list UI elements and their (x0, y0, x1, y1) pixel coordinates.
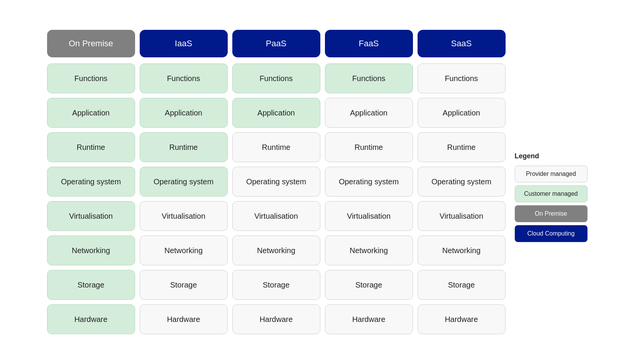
cell-3-4: Operating system (418, 167, 506, 197)
cell-0-3: Functions (325, 63, 413, 93)
cell-3-2: Operating system (232, 167, 320, 197)
cell-7-1: Hardware (140, 304, 228, 334)
data-row-2: RuntimeRuntimeRuntimeRuntimeRuntime (47, 132, 506, 162)
cell-4-0: Virtualisation (47, 201, 135, 231)
cell-4-3: Virtualisation (325, 201, 413, 231)
header-cell-0: On Premise (47, 30, 135, 57)
legend-item-1: Customer managed (515, 185, 587, 202)
header-cell-3: FaaS (325, 30, 413, 57)
cell-1-4: Application (418, 98, 506, 128)
cell-1-1: Application (140, 98, 228, 128)
cell-0-0: Functions (47, 63, 135, 93)
grid-section: On PremiseIaaSPaaSFaaSSaaS FunctionsFunc… (47, 30, 506, 334)
cell-4-1: Virtualisation (140, 201, 228, 231)
legend-item-0: Provider managed (515, 166, 587, 182)
cell-2-0: Runtime (47, 132, 135, 162)
cell-1-2: Application (232, 98, 320, 128)
data-row-4: VirtualisationVirtualisationVirtualisati… (47, 201, 506, 231)
cell-5-3: Networking (325, 236, 413, 265)
cell-3-1: Operating system (140, 167, 228, 197)
header-cell-1: IaaS (140, 30, 228, 57)
cell-2-1: Runtime (140, 132, 228, 162)
header-cell-4: SaaS (418, 30, 506, 57)
cell-1-3: Application (325, 98, 413, 128)
cell-0-2: Functions (232, 63, 320, 93)
cell-5-2: Networking (232, 236, 320, 265)
cell-7-4: Hardware (418, 304, 506, 334)
header-cell-2: PaaS (232, 30, 320, 57)
legend-item-3: Cloud Computing (515, 225, 587, 242)
cell-6-0: Storage (47, 270, 135, 300)
data-row-1: ApplicationApplicationApplicationApplica… (47, 98, 506, 128)
data-row-6: StorageStorageStorageStorageStorage (47, 270, 506, 300)
cell-3-0: Operating system (47, 167, 135, 197)
cell-2-4: Runtime (418, 132, 506, 162)
cell-7-0: Hardware (47, 304, 135, 334)
cell-7-2: Hardware (232, 304, 320, 334)
cell-5-0: Networking (47, 236, 135, 265)
cell-6-3: Storage (325, 270, 413, 300)
cell-4-2: Virtualisation (232, 201, 320, 231)
cell-7-3: Hardware (325, 304, 413, 334)
cell-2-2: Runtime (232, 132, 320, 162)
cell-4-4: Virtualisation (418, 201, 506, 231)
cell-0-1: Functions (140, 63, 228, 93)
cell-5-1: Networking (140, 236, 228, 265)
cell-6-2: Storage (232, 270, 320, 300)
cell-1-0: Application (47, 98, 135, 128)
legend-title: Legend (515, 152, 591, 160)
cell-5-4: Networking (418, 236, 506, 265)
data-row-5: NetworkingNetworkingNetworkingNetworking… (47, 236, 506, 265)
cell-3-3: Operating system (325, 167, 413, 197)
cell-2-3: Runtime (325, 132, 413, 162)
legend-item-2: On Premise (515, 205, 587, 222)
cell-6-4: Storage (418, 270, 506, 300)
header-row: On PremiseIaaSPaaSFaaSSaaS (47, 30, 506, 57)
cell-6-1: Storage (140, 270, 228, 300)
cell-0-4: Functions (418, 63, 506, 93)
data-row-3: Operating systemOperating systemOperatin… (47, 167, 506, 197)
rows-section: FunctionsFunctionsFunctionsFunctionsFunc… (47, 63, 506, 334)
legend-section: Legend Provider managedCustomer managedO… (515, 152, 591, 245)
data-row-0: FunctionsFunctionsFunctionsFunctionsFunc… (47, 63, 506, 93)
main-container: On PremiseIaaSPaaSFaaSSaaS FunctionsFunc… (36, 18, 603, 346)
data-row-7: HardwareHardwareHardwareHardwareHardware (47, 304, 506, 334)
